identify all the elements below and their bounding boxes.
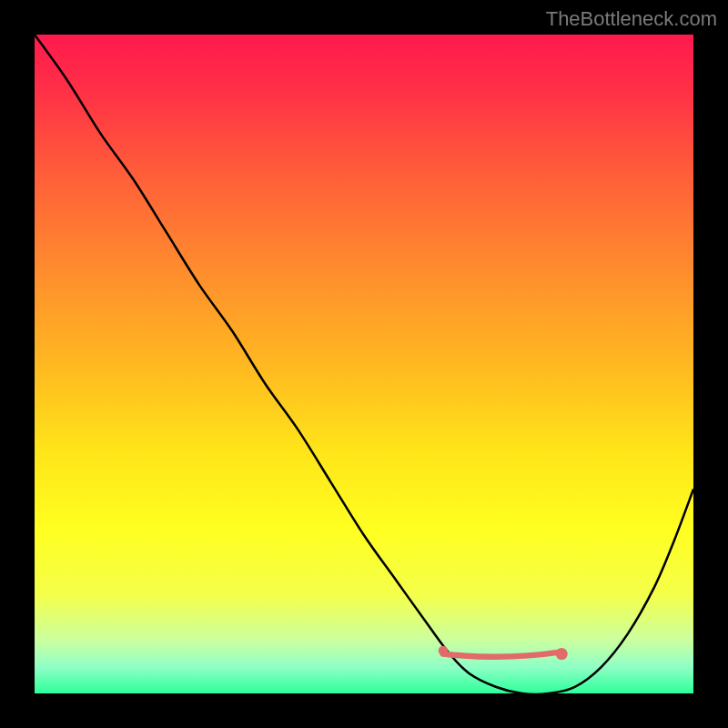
watermark-text: TheBottleneck.com bbox=[546, 7, 717, 31]
svg-rect-0 bbox=[35, 35, 693, 693]
gradient-background bbox=[35, 35, 693, 693]
chart-container: TheBottleneck.com bbox=[0, 0, 728, 728]
plot-area bbox=[35, 35, 693, 693]
